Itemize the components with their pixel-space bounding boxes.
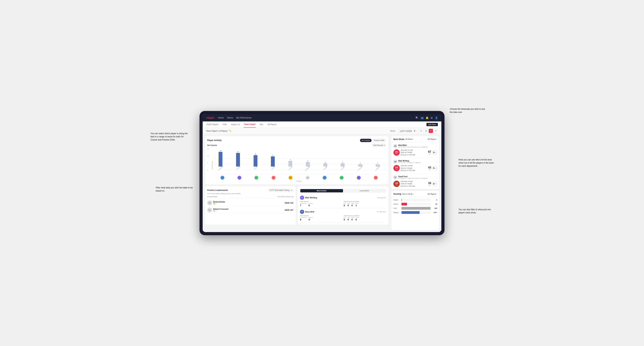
all-shots-filter[interactable]: All Shots ▾ [406,138,414,140]
subnav-all-players[interactable]: All Players [267,121,277,128]
annotation-player-select: You can select which player is doing the… [150,132,191,141]
edit-icon[interactable]: ✏️ [229,130,231,132]
shot-player-details: Matt Miller 09 Jun 2023 · Royal North De… [398,144,427,148]
nav-link-home[interactable]: Home [218,117,224,119]
avatar-b-mcharg: BM [220,176,224,180]
arg-stat: ARG 0 [352,203,354,207]
practice-leaderboards-card: Practice Leaderboards PUTT Must Make Put… [205,186,296,225]
active-player-row-blair: BM Blair McHarg 26 Aug 2023 Total Rounds [300,194,386,208]
subnav-hcaps[interactable]: Hcaps 1-5 [231,121,240,128]
shot-chevron-icon[interactable]: › [436,161,437,163]
gtt-stat: GTT 0 [344,203,346,207]
active-player-header: RB Rees Britt 02 Sep 2023 [300,210,386,214]
tournament-stat-rees: Tournament 8 [300,217,306,221]
active-player-avatar-rees: RB [300,210,304,214]
view-icon-list[interactable]: ▤ [424,129,428,133]
subnav-right: Add Team [426,123,438,126]
avatar-m-miller: MM [340,176,344,180]
scoring-filter2[interactable]: All Players ▾ [428,193,437,195]
on-course-toggle[interactable]: On Course [360,139,372,142]
shot-player-info: DF David Ford 24 Aug 2023 · Royal North … [394,175,427,179]
avatar-o-billingham: OB [306,176,310,180]
rank-badge: 🥈 2 [213,210,228,212]
avatar-l-robertson: LR [374,176,378,180]
shot-stat-zero: 0yds [432,150,437,155]
pb-avg: 107 [290,209,293,211]
active-player-date: 26 Aug 2023 [377,197,386,198]
shot-chevron-icon[interactable]: › [436,176,437,178]
shot-stat-zero: 0yds [432,166,437,171]
shot-player-details: David Ford 24 Aug 2023 · Royal North Dev… [398,176,427,179]
active-player-avatar: BM [300,195,304,200]
subnav-tour[interactable]: Tour [259,121,264,128]
player-avatar-edward: EC [207,208,212,212]
least-active-tab[interactable]: Least Active [343,189,386,192]
plus-circle-icon[interactable]: ⊕ [431,116,433,119]
view-icon-grid[interactable]: ⊞ [419,129,423,133]
player-info: RB Richard Butler 🥇 1 [207,200,284,205]
shot-info-text: Shot Dist: 43 yds Start Lie: Rough End L… [401,165,427,172]
shot-player-name: Matt Miller [398,144,427,146]
bar-e-crossman: 2 E. Crossman [352,148,369,170]
chart-filter[interactable]: Total Rounds ▾ [372,144,386,147]
total-practice-group-rees: Total Practice Activities GTT 0 APP [344,215,386,221]
most-active-tab[interactable]: Most Active [300,189,343,192]
shot-item-blair: BM Blair McHarg 23 Jul 2023 · Ashridge G… [391,158,439,174]
chevron-down-icon: ▾ [436,138,437,140]
subnav-pgat[interactable]: PGAT Players [206,121,219,128]
practice-drills-toggle[interactable]: Practice Drills [372,139,386,142]
nav-link-performance[interactable]: My Performance [236,117,252,119]
annotation-filter-shots: You can also filter to show just one pla… [458,208,495,214]
silver-medal-icon: 🥈 [213,210,215,212]
scoring-filter1[interactable]: Par 3, 4 & 5s ▾ [402,193,414,195]
show-select[interactable]: Last 3 months Last 6 months Last year Al… [398,129,416,133]
shot-details: 200 SG Shot Dist: 67 yds Start Lie: Roug… [394,149,437,156]
shot-player-name: David Ford [398,176,427,177]
leaderboard-subtitle: PUTT Must Make Putting (3-6 ft), Last 3 … [207,193,293,194]
left-col: Player Activity On Course Practice Drill… [203,134,390,232]
shot-stat-yds: 67 yds [428,150,431,155]
leaderboard-header: Practice Leaderboards PUTT Must Make Put… [207,189,293,192]
shot-stat-yds: 43 yds [428,166,431,170]
shot-stat-yds: 16 yds [428,181,431,186]
chart-section-title: On Course [207,144,217,146]
bell-icon[interactable]: 🔔 [426,116,428,119]
shot-meta: 23 Jul 2023 · Ashridge GC, Hole 15 [398,162,420,163]
nav-link-teams[interactable]: Teams [227,117,233,119]
avatar-e-crossman: EC [357,176,361,180]
leaderboard-filter[interactable]: PUTT Must Make Putting... ▾ [268,189,293,192]
pars-label: Pars [394,207,400,209]
tablet-frame: clippd Home Teams My Performance 🔍 👥 🔔 ⊕… [200,111,444,235]
team-header: Team Clippd | 14 Players ✏️ Show: Last 3… [203,128,441,134]
people-icon[interactable]: 👥 [420,116,424,119]
bar-d-ford: 10 D. Ford [247,148,264,170]
add-team-button[interactable]: Add Team [426,123,438,126]
nav-links: Home Teams My Performance [218,117,411,119]
scoring-row-birdies: Birdies 96 [394,203,437,205]
view-icon-filter[interactable]: ⚙ [434,129,438,133]
player-info: EC Edward Crossman 🥈 2 [207,208,284,212]
gold-medal-icon: 🥇 [213,203,215,205]
bottom-row: Practice Leaderboards PUTT Must Make Put… [205,186,388,225]
subnav-team-clippd[interactable]: Team Clippd [244,121,256,128]
eagles-bar [402,198,431,201]
pb-score: 19/20 [284,202,290,204]
putt-stat-rees: PUTT 0 [356,217,358,221]
app-stat-rees: APP 0 [348,217,350,221]
subnav-pga[interactable]: PGA [222,121,227,128]
tournament-stat: Tournament 7 [300,203,306,207]
shot-meta: 24 Aug 2023 · Royal North Devon GC, Hole… [398,177,427,179]
search-icon[interactable]: 🔍 [416,116,418,119]
shot-player-header: DF David Ford 24 Aug 2023 · Royal North … [394,175,437,179]
card-title: Player Activity [207,139,222,142]
view-icon-heart[interactable]: ♥ [429,129,433,133]
chevron-down-icon: ▾ [413,138,414,140]
avatar-row: BM RB DF JC EE OB RB MM EC LR [212,175,386,180]
shot-chevron-icon[interactable]: › [436,145,437,147]
shot-item-david: DF David Ford 24 Aug 2023 · Royal North … [391,174,439,189]
all-players-filter[interactable]: All Players ▾ [428,138,437,140]
user-icon[interactable]: 👤 [435,116,438,119]
avatar-e-ebert: EE [288,176,292,180]
chart-header: On Course Total Rounds ▾ [207,144,386,147]
nav-icons: 🔍 👥 🔔 ⊕ 👤 [416,116,438,119]
